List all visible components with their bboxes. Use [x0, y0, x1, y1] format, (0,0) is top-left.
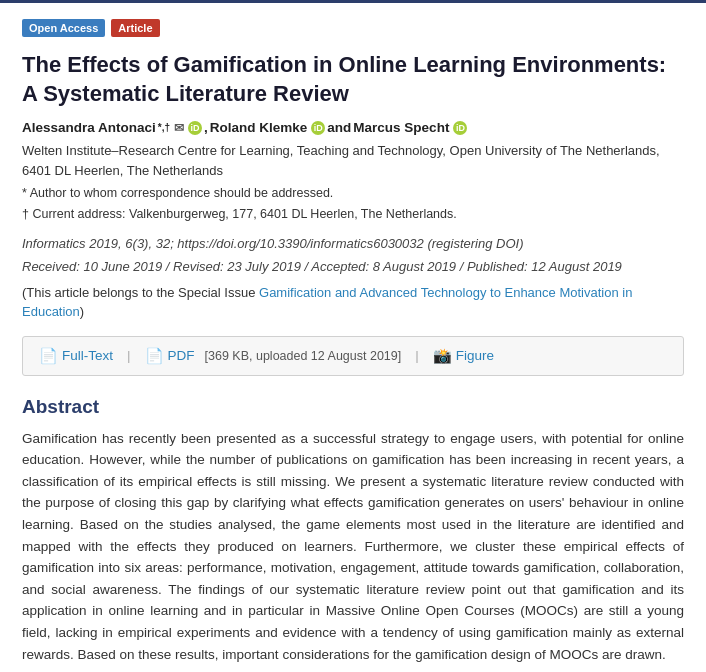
orcid-icon-1[interactable]: iD [188, 121, 202, 135]
pdf-label: PDF [168, 348, 195, 363]
fulltext-label: Full-Text [62, 348, 113, 363]
figure-button[interactable]: 📸 Figure [433, 347, 494, 365]
article-content: Open Access Article The Effects of Gamif… [0, 3, 706, 672]
orcid-icon-3[interactable]: iD [453, 121, 467, 135]
article-title: The Effects of Gamification in Online Le… [22, 51, 684, 108]
email-icon[interactable]: ✉ [174, 121, 184, 135]
badge-container: Open Access Article [22, 19, 684, 37]
author-1-sup: *,† [158, 122, 170, 133]
fulltext-icon: 📄 [39, 347, 58, 365]
authors-line: Alessandra Antonaci *,† ✉ iD , Roland Kl… [22, 120, 684, 135]
affiliation-text: Welten Institute–Research Centre for Lea… [22, 141, 684, 180]
author-2-name: Roland Klemke [210, 120, 308, 135]
affiliation-note-2: † Current address: Valkenburgerweg, 177,… [22, 205, 684, 224]
author-1-name: Alessandra Antonaci [22, 120, 156, 135]
figure-label: Figure [456, 348, 494, 363]
author-3-name: Marcus Specht [353, 120, 449, 135]
citation-info: Informatics 2019, 6(3), 32; https://doi.… [22, 234, 684, 254]
abstract-text: Gamification has recently been presented… [22, 428, 684, 666]
special-issue-prefix: (This article belongs to the Special Iss… [22, 285, 259, 300]
separator-1: | [127, 348, 131, 363]
special-issue: (This article belongs to the Special Iss… [22, 283, 684, 322]
open-access-badge: Open Access [22, 19, 105, 37]
orcid-icon-2[interactable]: iD [311, 121, 325, 135]
figure-icon: 📸 [433, 347, 452, 365]
author-separator-1: , [204, 120, 208, 135]
separator-2: | [415, 348, 419, 363]
author-connector: and [327, 120, 351, 135]
fulltext-button[interactable]: 📄 Full-Text [39, 347, 113, 365]
pdf-icon: 📄 [145, 347, 164, 365]
dates-info: Received: 10 June 2019 / Revised: 23 Jul… [22, 257, 684, 277]
pdf-button[interactable]: 📄 PDF [145, 347, 195, 365]
special-issue-suffix: ) [80, 304, 84, 319]
article-toolbar: 📄 Full-Text | 📄 PDF [369 KB, uploaded 12… [22, 336, 684, 376]
pdf-meta: [369 KB, uploaded 12 August 2019] [205, 349, 402, 363]
article-badge: Article [111, 19, 159, 37]
affiliation-note-1: * Author to whom correspondence should b… [22, 184, 684, 203]
abstract-heading: Abstract [22, 396, 684, 418]
